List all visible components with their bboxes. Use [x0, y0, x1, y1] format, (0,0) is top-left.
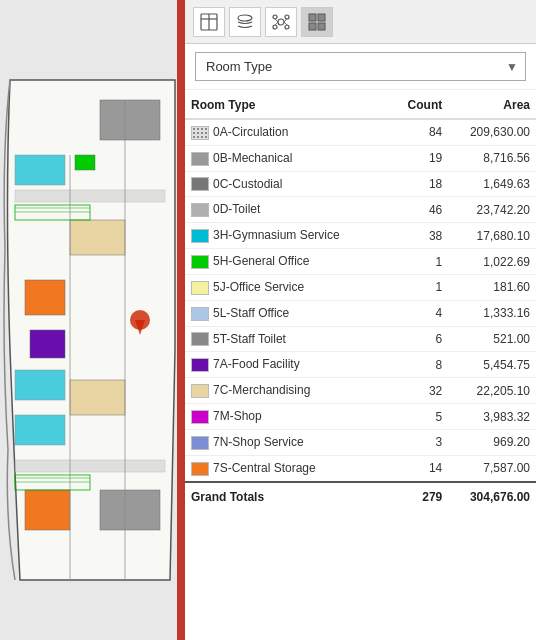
svg-line-33 — [275, 19, 278, 22]
table-row[interactable]: 0A-Circulation84209,630.00 — [185, 119, 536, 145]
color-swatch — [191, 384, 209, 398]
color-swatch — [191, 332, 209, 346]
table-row[interactable]: 5J-Office Service1181.60 — [185, 274, 536, 300]
svg-rect-11 — [75, 155, 95, 170]
count-cell: 6 — [378, 326, 448, 352]
data-table-container: Room Type Count Area 0A-Circulation84209… — [185, 90, 536, 640]
table-row[interactable]: 0C-Custodial181,649.63 — [185, 171, 536, 197]
color-swatch — [191, 281, 209, 295]
count-cell: 8 — [378, 352, 448, 378]
room-type-cell: 7C-Merchandising — [185, 378, 378, 404]
room-type-cell: 7A-Food Facility — [185, 352, 378, 378]
count-cell: 38 — [378, 223, 448, 249]
room-type-name: 5T-Staff Toilet — [213, 332, 286, 346]
svg-rect-8 — [70, 380, 125, 415]
room-type-cell: 0C-Custodial — [185, 171, 378, 197]
svg-rect-39 — [309, 23, 316, 30]
table-header-row: Room Type Count Area — [185, 90, 536, 119]
svg-point-31 — [273, 25, 277, 29]
table-row[interactable]: 5T-Staff Toilet6521.00 — [185, 326, 536, 352]
table-row[interactable]: 7C-Merchandising3222,205.10 — [185, 378, 536, 404]
count-cell: 14 — [378, 455, 448, 481]
layers-button[interactable] — [229, 7, 261, 37]
svg-line-36 — [284, 22, 287, 25]
area-cell: 521.00 — [448, 326, 536, 352]
svg-rect-5 — [15, 370, 65, 400]
area-cell: 181.60 — [448, 274, 536, 300]
grand-totals-count: 279 — [378, 482, 448, 511]
svg-rect-37 — [309, 14, 316, 21]
color-swatch — [191, 203, 209, 217]
room-type-name: 7M-Shop — [213, 409, 262, 423]
svg-line-34 — [284, 19, 287, 22]
col-header-room-type: Room Type — [185, 90, 378, 119]
area-cell: 1,022.69 — [448, 249, 536, 275]
svg-rect-12 — [100, 100, 160, 140]
table-row[interactable]: 0B-Mechanical198,716.56 — [185, 145, 536, 171]
svg-rect-3 — [30, 330, 65, 358]
room-type-name: 5J-Office Service — [213, 280, 304, 294]
room-type-cell: 0A-Circulation — [185, 119, 378, 145]
count-cell: 32 — [378, 378, 448, 404]
room-type-name: 7A-Food Facility — [213, 357, 300, 371]
area-cell: 209,630.00 — [448, 119, 536, 145]
color-swatch — [191, 255, 209, 269]
room-type-dropdown-wrapper[interactable]: Room TypeBuildingFloorDepartment ▼ — [195, 52, 526, 81]
color-swatch — [191, 410, 209, 424]
table-view-button[interactable] — [193, 7, 225, 37]
col-header-count: Count — [378, 90, 448, 119]
area-cell: 22,205.10 — [448, 378, 536, 404]
table-row[interactable]: 5H-General Office11,022.69 — [185, 249, 536, 275]
table-row[interactable]: 0D-Toilet4623,742.20 — [185, 197, 536, 223]
svg-point-28 — [278, 19, 284, 25]
svg-rect-2 — [25, 490, 70, 530]
room-type-name: 0A-Circulation — [213, 125, 288, 139]
svg-rect-1 — [25, 280, 65, 315]
table-row[interactable]: 7A-Food Facility85,454.75 — [185, 352, 536, 378]
room-type-cell: 3H-Gymnasium Service — [185, 223, 378, 249]
table-row[interactable]: 7S-Central Storage147,587.00 — [185, 455, 536, 481]
count-cell: 1 — [378, 249, 448, 275]
room-type-cell: 0D-Toilet — [185, 197, 378, 223]
room-type-cell: 5T-Staff Toilet — [185, 326, 378, 352]
count-cell: 46 — [378, 197, 448, 223]
right-panel: Room TypeBuildingFloorDepartment ▼ Room … — [185, 0, 536, 640]
svg-rect-4 — [15, 155, 65, 185]
room-type-select[interactable]: Room TypeBuildingFloorDepartment — [195, 52, 526, 81]
grand-totals-row: Grand Totals 279 304,676.00 — [185, 482, 536, 511]
room-type-name: 0D-Toilet — [213, 202, 260, 216]
red-divider — [177, 0, 185, 640]
color-swatch — [191, 177, 209, 191]
area-cell: 5,454.75 — [448, 352, 536, 378]
color-swatch — [191, 436, 209, 450]
room-type-name: 7N-Shop Service — [213, 435, 304, 449]
toolbar — [185, 0, 536, 44]
area-cell: 3,983.32 — [448, 404, 536, 430]
cluster-button[interactable] — [265, 7, 297, 37]
table-row[interactable]: 5L-Staff Office41,333.16 — [185, 300, 536, 326]
svg-point-29 — [273, 15, 277, 19]
area-cell: 1,649.63 — [448, 171, 536, 197]
floor-plan-panel — [0, 0, 185, 640]
color-swatch — [191, 152, 209, 166]
count-cell: 1 — [378, 274, 448, 300]
table-row[interactable]: 3H-Gymnasium Service3817,680.10 — [185, 223, 536, 249]
table-row[interactable]: 7M-Shop53,983.32 — [185, 404, 536, 430]
count-cell: 4 — [378, 300, 448, 326]
svg-rect-10 — [15, 460, 165, 472]
grid-button[interactable] — [301, 7, 333, 37]
room-type-cell: 5H-General Office — [185, 249, 378, 275]
count-cell: 84 — [378, 119, 448, 145]
grand-totals-label: Grand Totals — [185, 482, 378, 511]
room-type-name: 3H-Gymnasium Service — [213, 228, 340, 242]
room-type-cell: 5J-Office Service — [185, 274, 378, 300]
room-type-name: 0B-Mechanical — [213, 151, 292, 165]
room-type-name: 0C-Custodial — [213, 177, 282, 191]
room-type-name: 5L-Staff Office — [213, 306, 289, 320]
table-row[interactable]: 7N-Shop Service3969.20 — [185, 429, 536, 455]
area-cell: 8,716.56 — [448, 145, 536, 171]
room-type-cell: 7N-Shop Service — [185, 429, 378, 455]
svg-rect-38 — [318, 14, 325, 21]
room-type-cell: 7S-Central Storage — [185, 455, 378, 481]
room-type-name: 5H-General Office — [213, 254, 310, 268]
